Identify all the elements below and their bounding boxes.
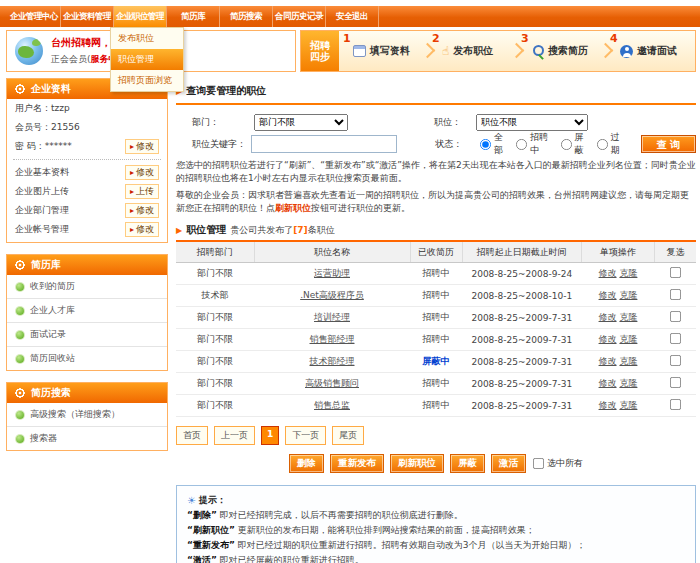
block-button[interactable]: 屏蔽 [450,454,485,473]
menu-item-job-management[interactable]: 职位管理 [111,49,183,70]
keyword-input[interactable] [251,135,397,153]
row-checkbox[interactable] [670,289,681,300]
job-name-link[interactable]: 销售总监 [314,400,350,410]
username-label: 用户名：tzzp [15,102,70,115]
row-checkbox[interactable] [670,333,681,344]
clone-link[interactable]: 克隆 [619,290,637,300]
nav-tab-company-info[interactable]: 企业资料管理 [61,6,114,27]
nav-tab-resume-search[interactable]: 简历搜索 [220,6,273,27]
modify-link[interactable]: 修改 [599,312,617,322]
dept-select[interactable]: 部门不限 [254,114,348,131]
page-prev[interactable]: 上一页 [214,426,255,445]
position-select[interactable]: 职位不限 [476,114,588,131]
menu-item-recruitment-page-preview[interactable]: 招聘页面浏览 [111,70,183,91]
job-dept: 部门不限 [176,329,254,351]
republish-button[interactable]: 重新发布 [330,454,384,473]
status-radio-all[interactable] [480,138,491,149]
sidebar-item-interview-records[interactable]: 面试记录 [7,323,167,347]
status-radio-recruiting[interactable] [516,138,527,149]
modify-department-button[interactable]: ▸ 修改 [125,203,159,218]
account-label: 企业帐号管理 [15,223,69,236]
job-name-link[interactable]: 高级销售顾问 [305,378,359,388]
modify-link[interactable]: 修改 [599,290,617,300]
row-checkbox[interactable] [670,311,681,322]
row-checkbox[interactable] [670,355,681,366]
sidebar-item-search-tool[interactable]: 搜索器 [7,427,167,450]
search-button[interactable]: 查 询 [641,135,696,153]
modify-account-button[interactable]: ▸ 修改 [125,222,159,237]
modify-link[interactable]: 修改 [599,334,617,344]
table-row: 部门不限 销售部经理 招聘中 2008-8-25~2009-7-31 修改 克隆 [176,329,696,351]
select-all-checkbox[interactable] [533,458,544,469]
row-checkbox[interactable] [670,377,681,388]
menu-item-publish-job[interactable]: 发布职位 [111,28,183,49]
triangle-marker-icon: ▶ [176,226,182,235]
job-dept: 部门不限 [176,351,254,373]
page-next[interactable]: 下一页 [285,426,326,445]
modify-password-button[interactable]: ▸ 修改 [125,139,159,154]
nav-tab-resume-bank[interactable]: 简历库 [167,6,220,27]
clone-link[interactable]: 克隆 [619,356,637,366]
modify-link[interactable]: 修改 [599,378,617,388]
refresh-jobs-button[interactable]: 刷新职位 [390,454,444,473]
page-first[interactable]: 首页 [176,426,208,445]
query-section-title: ▶ 查询要管理的职位 [176,84,696,98]
step-invite-interview[interactable]: 4 邀请面试 [606,31,695,71]
step-search-resume[interactable]: 3 搜索简历 [517,31,606,71]
notice-paragraph-1: 您选中的招聘职位若进行了“刷新”、“重新发布”或“激活”操作，将在第2天出现在本… [176,159,696,185]
col-date-range: 招聘起止日期截止时间 [462,241,582,263]
modify-link[interactable]: 修改 [599,400,617,410]
status-radio-blocked[interactable] [560,138,571,149]
activate-button[interactable]: 激活 [491,454,526,473]
job-name-link[interactable]: 运营助理 [314,268,350,278]
upload-image-button[interactable]: ▸ 上传 [125,184,159,199]
sidebar-item-resume-recycle[interactable]: 简历回收站 [7,347,167,370]
clone-link[interactable]: 克隆 [619,334,637,344]
sidebar-item-received-resumes[interactable]: 收到的简历 [7,275,167,299]
nav-tab-job-management[interactable]: 企业职位管理 [114,6,167,27]
sidebar-item-talent-pool[interactable]: 企业人才库 [7,299,167,323]
job-name-link[interactable]: 销售部经理 [310,334,355,344]
query-form-row-1: 部门： 部门不限 职位： 职位不限 [176,111,696,133]
sidebar-item-advanced-search[interactable]: 高级搜索（详细搜索） [7,403,167,427]
row-checkbox[interactable] [670,399,681,410]
status-radio-expired[interactable] [597,138,608,149]
section-header-resume-search: 简历搜索 [7,383,167,403]
modify-link[interactable]: 修改 [599,356,617,366]
step-publish-job[interactable]: 2 ☝ 发布职位 [428,31,517,71]
page-current[interactable]: 1 [261,426,279,445]
green-bullet-icon [16,355,24,363]
main-content: ▶ 查询要管理的职位 部门： 部门不限 职位： 职位不限 职位关键字： 状态： … [176,84,696,563]
nav-tab-logout[interactable]: 安全退出 [326,6,379,27]
arrow-icon: ▸ [130,188,134,196]
clone-link[interactable]: 克隆 [619,312,637,322]
job-status: 招聘中 [423,400,450,410]
tips-box: ☀ 提示： “删除” 即对已经招聘完成，以后不再需要招聘的职位彻底进行删除。 “… [176,485,696,563]
job-dept: 部门不限 [176,263,254,285]
clone-link[interactable]: 克隆 [619,400,637,410]
job-date: 2008-8-25~2009-7-31 [462,395,582,417]
job-name-link[interactable]: 技术部经理 [310,356,355,366]
notice2-prefix: 尊敬的企业会员：因求职者普遍喜欢先查看近一周的招聘职位，所以为提高贵公司的招聘效… [176,190,689,213]
nav-tab-management-center[interactable]: 企业管理中心 [8,6,61,27]
account-row: 企业帐号管理 ▸ 修改 [7,220,167,239]
job-name-link[interactable]: .Net高级程序员 [300,290,364,300]
sidebar-item-label: 简历回收站 [30,352,75,365]
nav-tab-contract-history[interactable]: 合同历史记录 [273,6,326,27]
tip-line: “删除” 即对已经招聘完成，以后不再需要招聘的职位彻底进行删除。 [187,508,685,523]
refresh-jobs-highlight: 刷新职位 [275,203,311,213]
modify-link[interactable]: 修改 [599,268,617,278]
modify-basic-info-button[interactable]: ▸ 修改 [125,165,159,180]
step-label: 发布职位 [453,44,493,58]
page-last[interactable]: 尾页 [332,426,364,445]
delete-button[interactable]: 删除 [289,454,324,473]
row-checkbox[interactable] [670,267,681,278]
clone-link[interactable]: 克隆 [619,378,637,388]
sidebar-section-resume-search: 简历搜索 高级搜索（详细搜索） 搜索器 [6,382,168,451]
green-bullet-icon [16,283,24,291]
table-row: 部门不限 培训经理 招聘中 2008-8-25~2009-7-31 修改 克隆 [176,307,696,329]
clone-link[interactable]: 克隆 [619,268,637,278]
step-fill-info[interactable]: 1 填写资料 [339,31,428,71]
job-name-link[interactable]: 培训经理 [314,312,350,322]
tip-text: 即对已经过期的职位重新进行招聘。招聘有效期自动改为3个月（以当天为开始日期）； [238,540,586,550]
